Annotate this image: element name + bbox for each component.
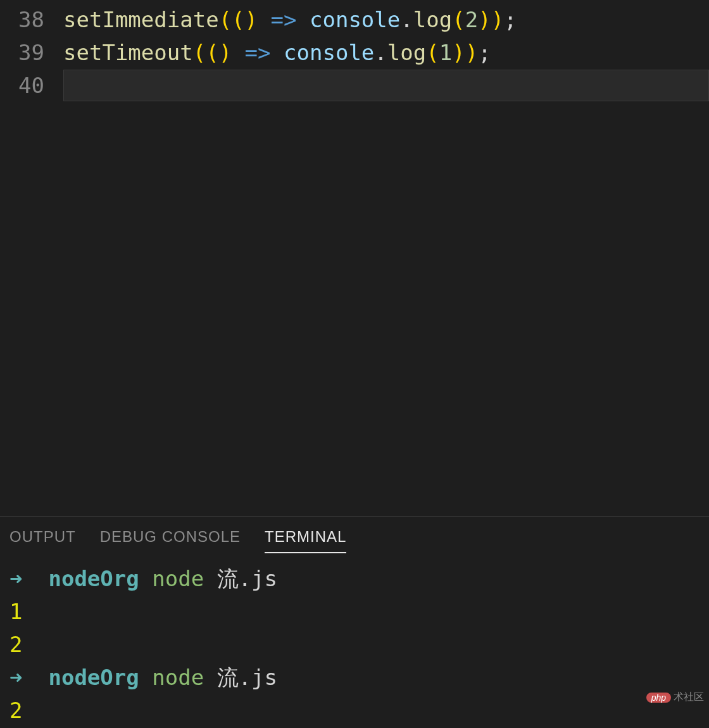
terminal-output-line: 2 [9, 694, 700, 727]
line-number: 39 [0, 36, 63, 69]
tab-output[interactable]: OUTPUT [9, 528, 76, 553]
terminal-prompt: ➜ nodeOrg node 流.js [9, 661, 700, 694]
code-line-39[interactable]: 39setTimeout(() => console.log(1)); [0, 36, 709, 69]
line-number: 38 [0, 3, 63, 36]
terminal-prompt: ➜ nodeOrg node 流.js [9, 562, 700, 595]
line-number: 40 [0, 69, 63, 102]
code-line-38[interactable]: 38setImmediate(() => console.log(2)); [0, 3, 709, 36]
terminal-output-line: 1 [9, 595, 700, 628]
terminal-output[interactable]: ➜ nodeOrg node 流.js12➜ nodeOrg node 流.js… [0, 553, 709, 728]
watermark-text: 术社区 [674, 691, 704, 704]
watermark-pill: php [646, 693, 671, 703]
watermark: php 术社区 [646, 691, 704, 704]
code-editor[interactable]: 38setImmediate(() => console.log(2));39s… [0, 0, 709, 516]
tab-terminal[interactable]: TERMINAL [265, 528, 346, 553]
panel-tabs: OUTPUTDEBUG CONSOLETERMINAL [0, 517, 709, 553]
tab-debug-console[interactable]: DEBUG CONSOLE [100, 528, 241, 553]
code-content[interactable]: setImmediate(() => console.log(2)); [63, 3, 517, 36]
bottom-panel: OUTPUTDEBUG CONSOLETERMINAL ➜ nodeOrg no… [0, 516, 709, 728]
terminal-output-line: 2 [9, 628, 700, 661]
code-content[interactable]: setTimeout(() => console.log(1)); [63, 36, 491, 69]
code-line-40[interactable]: 40 [0, 69, 709, 102]
code-content[interactable] [63, 70, 709, 101]
